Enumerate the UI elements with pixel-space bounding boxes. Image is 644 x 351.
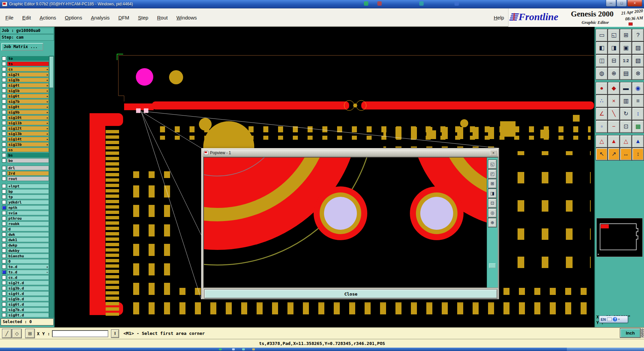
- tool-button-26[interactable]: ╲: [608, 108, 620, 120]
- layer-checkbox[interactable]: [2, 177, 6, 181]
- layer-row-sig9b[interactable]: sig9b◆: [0, 109, 49, 115]
- layer-row-dwkp[interactable]: dwkp: [0, 243, 49, 248]
- layer-checkbox[interactable]: [2, 254, 6, 258]
- tool-button-38[interactable]: ↗: [608, 148, 620, 160]
- zoom-window-button[interactable]: ▭: [596, 29, 607, 41]
- layer-row-sig11b[interactable]: sig11b◆: [0, 120, 49, 126]
- layer-checkbox[interactable]: [2, 121, 6, 125]
- layer-row-sig14t[interactable]: sig14t◆: [0, 136, 49, 142]
- layer-checkbox[interactable]: [2, 132, 6, 136]
- xy-input[interactable]: [52, 330, 108, 337]
- overview-panel[interactable]: ×: [596, 218, 643, 257]
- layer-row-bp[interactable]: bp: [0, 189, 49, 194]
- layer-checkbox[interactable]: [2, 206, 6, 210]
- layer-checkbox[interactable]: [2, 94, 6, 98]
- layer-checkbox[interactable]: [2, 148, 6, 152]
- tool-button-28[interactable]: ↕: [632, 108, 644, 120]
- system-tray[interactable]: [567, 348, 644, 351]
- layer-row-sig7b[interactable]: sig7b◆: [0, 99, 49, 104]
- layer-row-drl[interactable]: drl: [0, 165, 49, 171]
- layer-row-sig7b.d[interactable]: sig7b.d: [0, 307, 49, 312]
- tool-button-10[interactable]: ⊟: [608, 55, 620, 67]
- popview-zoom-prev-button[interactable]: ◰: [488, 170, 496, 178]
- tool-button-35[interactable]: △: [620, 135, 632, 147]
- layer-row-cs[interactable]: cs◆: [0, 67, 49, 72]
- layer-checkbox[interactable]: [2, 275, 6, 279]
- menu-rout[interactable]: Rout: [157, 15, 168, 20]
- layer-checkbox[interactable]: [2, 232, 6, 236]
- tool-button-29[interactable]: ▫: [596, 121, 607, 133]
- layer-checkbox[interactable]: [2, 67, 6, 71]
- taskbar-icon[interactable]: [252, 348, 255, 350]
- popview-home-button[interactable]: ◎: [488, 209, 496, 217]
- tool-button-17[interactable]: ●: [596, 82, 607, 94]
- tool-button-19[interactable]: ▬: [620, 82, 632, 94]
- layer-row-sig3b.d[interactable]: sig3b.d: [0, 286, 49, 291]
- layer-scrollbar[interactable]: [49, 56, 54, 318]
- zoom-prev-button[interactable]: ◱: [608, 29, 620, 41]
- layer-checkbox[interactable]: [2, 297, 6, 301]
- layer-row-dwk[interactable]: dwk: [0, 232, 49, 237]
- layer-row-+lnpt[interactable]: +lnpt: [0, 183, 49, 189]
- layer-row-ydkdrl[interactable]: ydkdrl: [0, 200, 49, 205]
- scrollbar-thumb[interactable]: [50, 57, 53, 88]
- tool-button-30[interactable]: −: [608, 121, 620, 133]
- layer-checkbox[interactable]: [2, 184, 6, 188]
- taskbar-icon[interactable]: [242, 348, 245, 350]
- layer-row-rout[interactable]: rout: [0, 176, 49, 181]
- layer-row-sig2t.d[interactable]: sig2t.d: [0, 280, 49, 286]
- units-button[interactable]: Inch: [620, 328, 640, 338]
- layer-checkbox[interactable]: [2, 227, 6, 231]
- layer-checkbox[interactable]: [2, 110, 6, 114]
- menu-step[interactable]: Step: [138, 15, 148, 20]
- layer-row-bs[interactable]: bs: [0, 152, 49, 158]
- shape-mode-button[interactable]: ◇: [12, 329, 21, 338]
- layer-row-sig3b[interactable]: sig3b◆: [0, 77, 49, 83]
- layer-checkbox[interactable]: [2, 302, 6, 306]
- layer-row-sig4t.d[interactable]: sig4t.d: [0, 291, 49, 296]
- layer-row-0[interactable]: 0: [0, 259, 49, 264]
- menu-analysis[interactable]: Analysis: [91, 15, 110, 20]
- popview-zoom-in-button[interactable]: ⊞: [488, 179, 496, 188]
- layer-row-roubk[interactable]: roubk: [0, 221, 49, 226]
- layer-checkbox[interactable]: [2, 137, 6, 141]
- layer-row-d[interactable]: d: [0, 226, 49, 232]
- close-button[interactable]: ×: [627, 0, 642, 7]
- layer-checkbox[interactable]: [2, 78, 6, 82]
- layer-row-sig8t[interactable]: sig8t◆: [0, 104, 49, 109]
- language-label[interactable]: EN: [601, 317, 606, 321]
- layer-row-sig6t.d[interactable]: sig6t.d: [0, 302, 49, 307]
- job-matrix-button[interactable]: Job Matrix ...: [1, 43, 43, 51]
- menu-edit[interactable]: Edit: [22, 15, 31, 20]
- tool-button-23[interactable]: ▥: [620, 95, 632, 107]
- layer-checkbox[interactable]: [2, 171, 6, 175]
- layer-row-npth[interactable]: npth: [0, 205, 49, 210]
- layer-row-sig10t[interactable]: sig10t◆: [0, 115, 49, 120]
- tool-button-8[interactable]: ▨: [632, 42, 644, 54]
- tool-button-22[interactable]: ×: [608, 95, 620, 107]
- layer-checkbox[interactable]: [2, 73, 6, 77]
- layer-checkbox[interactable]: [2, 281, 6, 285]
- maximize-button[interactable]: □: [616, 0, 627, 7]
- layer-checkbox[interactable]: [2, 292, 6, 296]
- taskbar[interactable]: [0, 348, 644, 351]
- layer-checkbox[interactable]: [2, 211, 6, 215]
- layer-row-cs.d[interactable]: cs.d: [0, 275, 49, 280]
- layer-checkbox[interactable]: [2, 159, 6, 163]
- language-bar[interactable]: EN ? ▾: [599, 316, 628, 323]
- tool-button-13[interactable]: ◍: [596, 68, 607, 80]
- popview-close-button[interactable]: Close: [205, 290, 497, 298]
- layer-checkbox[interactable]: [2, 222, 6, 226]
- minimize-button[interactable]: ─: [606, 0, 616, 7]
- popview-crosshair-button[interactable]: ⊕: [488, 218, 496, 227]
- tool-button-27[interactable]: ↻: [620, 108, 632, 120]
- layer-checkbox[interactable]: [2, 195, 6, 199]
- popview-close-icon[interactable]: ×: [490, 150, 497, 156]
- layer-row-dwk1[interactable]: dwk1: [0, 237, 49, 243]
- help-tool-button[interactable]: ?: [632, 29, 644, 41]
- layer-checkbox[interactable]: [2, 286, 6, 290]
- title-bar[interactable]: Graphic Editor 9.07b2 (00@HY-HYCAM-PC185…: [0, 0, 644, 8]
- tool-button-31[interactable]: ⊡: [620, 121, 632, 133]
- popview-pan-button[interactable]: ◨: [488, 189, 496, 198]
- layer-row-sig8t.d[interactable]: sig8t.d: [0, 312, 49, 318]
